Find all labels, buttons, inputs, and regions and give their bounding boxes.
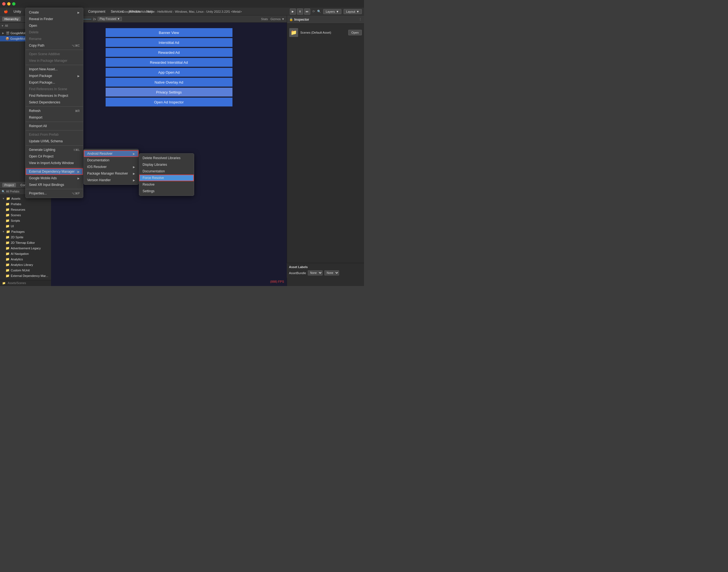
ctx-force-resolve[interactable]: Force Resolve: [139, 174, 194, 181]
folder-prefabs[interactable]: 📁 Prefabs: [0, 201, 51, 207]
folder-custom-nunit[interactable]: 📁 Custom NUnit: [0, 268, 51, 273]
ctx-find-ref-scene: Find References In Scene: [26, 86, 83, 92]
ctx-delete: Delete: [26, 29, 83, 35]
folder-adv-legacy[interactable]: 📁 Advertisement Legacy: [0, 245, 51, 251]
fps-counter: (888) FPS: [270, 280, 284, 283]
ctx-view-pkg-mgr: View in Package Manager: [26, 57, 83, 64]
inspector-scene-item: 📁 Scenes (Default Asset) Open: [289, 26, 362, 39]
menu-apple[interactable]: 🍎: [1, 9, 11, 14]
ctx-create[interactable]: Create▶: [26, 9, 83, 16]
ctx-open-csharp[interactable]: Open C# Project: [26, 153, 83, 160]
inspector-content: 📁 Scenes (Default Asset) Open: [287, 24, 364, 286]
ctx-gen-lighting[interactable]: Generate Lighting⇧⌘L: [26, 146, 83, 153]
open-scene-button[interactable]: Open: [348, 30, 362, 35]
menu-unity[interactable]: Unity: [11, 9, 24, 14]
folder-packages[interactable]: ▼ 📁 Packages: [0, 229, 51, 234]
ctx-ios-resolver[interactable]: iOS Resolver▶: [84, 163, 138, 170]
ctx-import-pkg[interactable]: Import Package▶: [26, 73, 83, 79]
ctx-resolve[interactable]: Resolve: [139, 181, 194, 188]
ctx-properties[interactable]: Properties...⌥⌘P: [26, 190, 83, 197]
menu-component[interactable]: Component: [85, 9, 108, 14]
scene-name: Scenes (Default Asset): [300, 31, 331, 34]
rewarded-btn[interactable]: Rewarded Ad: [105, 48, 232, 57]
ctx-reveal[interactable]: Reveal in Finder: [26, 16, 83, 22]
ctx-copy-path[interactable]: Copy Path⌥⌘C: [26, 42, 83, 49]
folder-edm[interactable]: 📁 External Dependency Mar...: [0, 273, 51, 279]
asset-bundle-variant-select[interactable]: None: [324, 270, 339, 276]
project-tab[interactable]: Project: [2, 183, 16, 187]
ctx-reimport-all[interactable]: Reimport All: [26, 123, 83, 129]
ctx-view-import[interactable]: View in Import Activity Window: [26, 160, 83, 166]
search-label: All Prefabs: [6, 190, 19, 193]
folder-ui[interactable]: 📁 UI: [0, 223, 51, 229]
folder-scenes[interactable]: 📁 Scenes: [0, 212, 51, 218]
inspector-header: 🔒 Inspector ⋮: [287, 15, 364, 24]
scene-asset-icon: 📁: [289, 28, 298, 37]
submenu-android: Delete Resolved Libraries Display Librar…: [139, 153, 194, 196]
ctx-select-deps[interactable]: Select Dependencies: [26, 99, 83, 105]
interstitial-btn[interactable]: Interstitial Ad: [105, 38, 232, 47]
layers-dropdown[interactable]: Layers ▼: [323, 9, 341, 14]
hierarchy-tab[interactable]: Hierarchy: [2, 17, 21, 21]
folder-2dtilemap[interactable]: 📁 2D Tilemap Editor: [0, 240, 51, 245]
ctx-divider-6: [26, 145, 83, 146]
ctx-version-handler[interactable]: Version Handler▶: [84, 177, 138, 184]
folder-analytics[interactable]: 📁 Analytics: [0, 257, 51, 262]
context-menu-assets: Create▶ Reveal in Finder Open Delete Ren…: [25, 8, 83, 198]
folder-2dsprite[interactable]: 📁 2D Sprite: [0, 234, 51, 240]
folder-ai-nav[interactable]: 📁 AI Navigation: [0, 251, 51, 257]
ctx-import-new[interactable]: Import New Asset...: [26, 66, 83, 73]
folder-resources[interactable]: 📁 Resources: [0, 207, 51, 212]
app-open-btn[interactable]: App Open Ad: [105, 68, 232, 77]
asset-bundle-label: AssetBundle: [289, 271, 306, 275]
open-ad-inspector-btn[interactable]: Open Ad Inspector: [105, 98, 232, 106]
window-title: GoogleMobileAdsScene - HelloWorld - Wind…: [122, 10, 242, 13]
rewarded-interstitial-btn[interactable]: Rewarded Interstitial Ad: [105, 58, 232, 67]
close-button[interactable]: [2, 2, 5, 5]
folder-scripts[interactable]: 📁 Scripts: [0, 218, 51, 223]
scene-toolbar: ⋮ spect ▼ Scale ───── 2x Play Focused ▼ …: [51, 15, 287, 23]
banner-view-btn[interactable]: Banner View: [105, 28, 232, 37]
ctx-edm[interactable]: External Dependency Manager▶: [26, 168, 83, 175]
ctx-rename: Rename: [26, 35, 83, 42]
title-bar: [0, 0, 364, 8]
ctx-settings[interactable]: Settings: [139, 188, 194, 195]
privacy-settings-btn[interactable]: Privacy Settings: [105, 88, 232, 96]
ctx-refresh[interactable]: Refresh⌘R: [26, 108, 83, 114]
gizmos-area: Stats Gizmos ▼: [261, 17, 285, 21]
ctx-divider-4: [26, 122, 83, 122]
layout-dropdown[interactable]: Layout ▼: [344, 9, 362, 14]
ctx-open-scene-additive: Open Scene Additive: [26, 51, 83, 57]
play-button[interactable]: ▶: [290, 9, 296, 15]
asset-labels-title: Asset Labels: [289, 265, 362, 269]
play-focused-btn[interactable]: Play Focused ▼: [98, 17, 122, 21]
status-path: Assets/Scenes: [8, 282, 26, 285]
ctx-gma[interactable]: Google Mobile Ads▶: [26, 175, 83, 182]
ctx-divider-8: [26, 189, 83, 189]
ctx-seed-xr[interactable]: Seed XR Input Bindings: [26, 182, 83, 188]
folder-analytics-lib[interactable]: 📁 Analytics Library: [0, 262, 51, 268]
minimize-button[interactable]: [7, 2, 10, 5]
ctx-open[interactable]: Open: [26, 22, 83, 29]
ctx-update-uxml[interactable]: Update UXML Schema: [26, 138, 83, 145]
ctx-find-ref-proj[interactable]: Find References In Project: [26, 92, 83, 99]
ctx-edm-docs[interactable]: Documentation: [84, 157, 138, 163]
ctx-reimport[interactable]: Reimport: [26, 114, 83, 121]
ctx-delete-libs[interactable]: Delete Resolved Libraries: [139, 155, 194, 161]
ctx-android-resolver[interactable]: Android Resolver▶: [84, 150, 138, 157]
status-bar: 📁 Assets/Scenes: [0, 280, 51, 286]
ctx-extract-prefab: Extract From Prefab: [26, 131, 83, 138]
submenu-edm: Android Resolver▶ Documentation iOS Reso…: [84, 149, 139, 185]
ctx-pkg-mgr-resolver[interactable]: Package Manager Resolver▶: [84, 170, 138, 177]
play-controls: ▶ ⏸ ⏭: [290, 9, 310, 15]
ctx-android-docs[interactable]: Documentation: [139, 168, 194, 174]
ctx-export-pkg[interactable]: Export Package...: [26, 79, 83, 86]
asset-bundle-select[interactable]: None: [308, 270, 322, 276]
maximize-button[interactable]: [12, 2, 15, 5]
search-icon: 🔍: [2, 190, 5, 193]
native-overlay-btn[interactable]: Native Overlay Ad: [105, 78, 232, 87]
ctx-divider-7: [26, 167, 83, 167]
step-button[interactable]: ⏭: [304, 9, 310, 15]
pause-button[interactable]: ⏸: [297, 9, 303, 15]
ctx-display-libs[interactable]: Display Libraries: [139, 161, 194, 168]
